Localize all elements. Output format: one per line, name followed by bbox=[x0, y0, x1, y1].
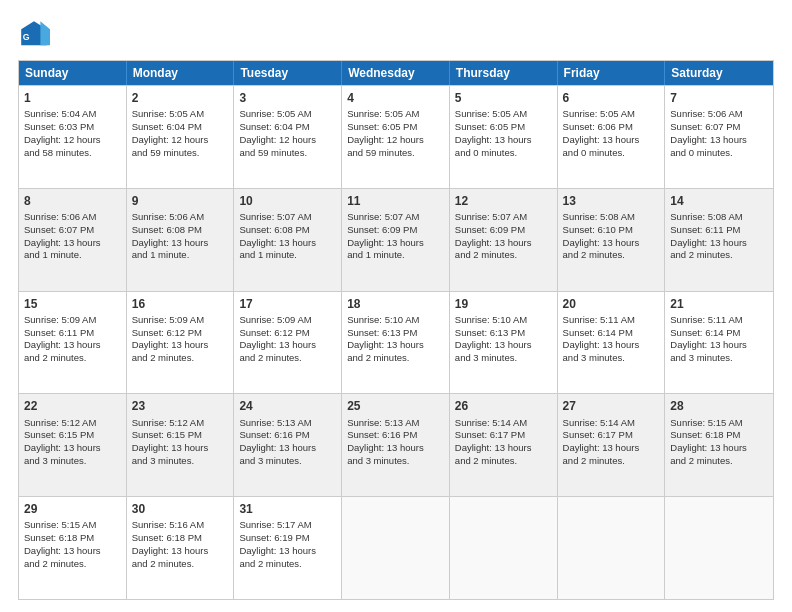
day-info-line: Daylight: 13 hours bbox=[563, 134, 640, 145]
logo-icon: G bbox=[18, 18, 50, 50]
cal-cell: 20Sunrise: 5:11 AMSunset: 6:14 PMDayligh… bbox=[558, 292, 666, 394]
cal-cell: 9Sunrise: 5:06 AMSunset: 6:08 PMDaylight… bbox=[127, 189, 235, 291]
day-info-line: and 1 minute. bbox=[24, 249, 82, 260]
day-info-line: Sunrise: 5:08 AM bbox=[563, 211, 635, 222]
day-info-line: Daylight: 13 hours bbox=[132, 442, 209, 453]
day-number: 24 bbox=[239, 398, 336, 414]
calendar-body: 1Sunrise: 5:04 AMSunset: 6:03 PMDaylight… bbox=[19, 85, 773, 599]
cal-week: 15Sunrise: 5:09 AMSunset: 6:11 PMDayligh… bbox=[19, 291, 773, 394]
cal-cell: 31Sunrise: 5:17 AMSunset: 6:19 PMDayligh… bbox=[234, 497, 342, 599]
day-number: 19 bbox=[455, 296, 552, 312]
day-info-line: and 1 minute. bbox=[239, 249, 297, 260]
day-info-line: Daylight: 12 hours bbox=[132, 134, 209, 145]
cal-cell: 25Sunrise: 5:13 AMSunset: 6:16 PMDayligh… bbox=[342, 394, 450, 496]
cal-header-day: Wednesday bbox=[342, 61, 450, 85]
day-info-line: Sunrise: 5:07 AM bbox=[239, 211, 311, 222]
day-info-line: Daylight: 13 hours bbox=[455, 339, 532, 350]
day-info-line: Sunset: 6:08 PM bbox=[239, 224, 309, 235]
cal-cell bbox=[450, 497, 558, 599]
cal-cell: 27Sunrise: 5:14 AMSunset: 6:17 PMDayligh… bbox=[558, 394, 666, 496]
day-info-line: Daylight: 13 hours bbox=[24, 545, 101, 556]
day-info-line: Sunrise: 5:08 AM bbox=[670, 211, 742, 222]
day-number: 28 bbox=[670, 398, 768, 414]
day-info-line: Daylight: 13 hours bbox=[455, 442, 532, 453]
day-info-line: Sunrise: 5:05 AM bbox=[239, 108, 311, 119]
day-number: 8 bbox=[24, 193, 121, 209]
cal-header-day: Tuesday bbox=[234, 61, 342, 85]
day-info-line: Sunset: 6:04 PM bbox=[239, 121, 309, 132]
day-info-line: Daylight: 13 hours bbox=[670, 339, 747, 350]
cal-cell: 5Sunrise: 5:05 AMSunset: 6:05 PMDaylight… bbox=[450, 86, 558, 188]
cal-cell: 13Sunrise: 5:08 AMSunset: 6:10 PMDayligh… bbox=[558, 189, 666, 291]
day-info-line: and 2 minutes. bbox=[132, 352, 194, 363]
day-number: 26 bbox=[455, 398, 552, 414]
cal-week: 22Sunrise: 5:12 AMSunset: 6:15 PMDayligh… bbox=[19, 393, 773, 496]
day-info-line: Sunset: 6:19 PM bbox=[239, 532, 309, 543]
day-info-line: Daylight: 13 hours bbox=[132, 237, 209, 248]
day-info-line: Sunset: 6:13 PM bbox=[455, 327, 525, 338]
day-info-line: and 0 minutes. bbox=[670, 147, 732, 158]
day-info-line: Sunset: 6:06 PM bbox=[563, 121, 633, 132]
day-info-line: Daylight: 13 hours bbox=[132, 545, 209, 556]
day-info-line: Sunset: 6:14 PM bbox=[670, 327, 740, 338]
cal-cell: 7Sunrise: 5:06 AMSunset: 6:07 PMDaylight… bbox=[665, 86, 773, 188]
day-info-line: Sunset: 6:18 PM bbox=[24, 532, 94, 543]
day-info-line: Daylight: 13 hours bbox=[347, 442, 424, 453]
day-info-line: Sunset: 6:17 PM bbox=[563, 429, 633, 440]
logo: G bbox=[18, 18, 54, 50]
day-info-line: Sunrise: 5:07 AM bbox=[347, 211, 419, 222]
day-info-line: and 59 minutes. bbox=[347, 147, 415, 158]
day-number: 9 bbox=[132, 193, 229, 209]
cal-cell: 3Sunrise: 5:05 AMSunset: 6:04 PMDaylight… bbox=[234, 86, 342, 188]
calendar: SundayMondayTuesdayWednesdayThursdayFrid… bbox=[18, 60, 774, 600]
day-info-line: Sunrise: 5:13 AM bbox=[239, 417, 311, 428]
day-info-line: Sunrise: 5:05 AM bbox=[563, 108, 635, 119]
day-info-line: Sunset: 6:18 PM bbox=[132, 532, 202, 543]
day-info-line: Sunset: 6:16 PM bbox=[347, 429, 417, 440]
day-info-line: and 2 minutes. bbox=[24, 558, 86, 569]
day-number: 12 bbox=[455, 193, 552, 209]
cal-header-day: Sunday bbox=[19, 61, 127, 85]
day-info-line: Sunset: 6:07 PM bbox=[670, 121, 740, 132]
day-info-line: Sunrise: 5:06 AM bbox=[132, 211, 204, 222]
day-number: 13 bbox=[563, 193, 660, 209]
day-number: 15 bbox=[24, 296, 121, 312]
day-info-line: Daylight: 13 hours bbox=[670, 134, 747, 145]
day-info-line: and 2 minutes. bbox=[132, 558, 194, 569]
day-info-line: Sunrise: 5:05 AM bbox=[132, 108, 204, 119]
day-info-line: Daylight: 13 hours bbox=[239, 442, 316, 453]
day-info-line: and 3 minutes. bbox=[455, 352, 517, 363]
day-number: 11 bbox=[347, 193, 444, 209]
cal-cell: 23Sunrise: 5:12 AMSunset: 6:15 PMDayligh… bbox=[127, 394, 235, 496]
day-info-line: Sunrise: 5:09 AM bbox=[239, 314, 311, 325]
day-info-line: Sunset: 6:09 PM bbox=[455, 224, 525, 235]
day-number: 27 bbox=[563, 398, 660, 414]
cal-header-day: Monday bbox=[127, 61, 235, 85]
cal-cell: 29Sunrise: 5:15 AMSunset: 6:18 PMDayligh… bbox=[19, 497, 127, 599]
svg-marker-1 bbox=[40, 21, 50, 45]
day-info-line: Daylight: 12 hours bbox=[24, 134, 101, 145]
day-info-line: Sunrise: 5:06 AM bbox=[670, 108, 742, 119]
day-info-line: Sunset: 6:03 PM bbox=[24, 121, 94, 132]
day-info-line: Sunrise: 5:09 AM bbox=[24, 314, 96, 325]
cal-header-day: Friday bbox=[558, 61, 666, 85]
day-info-line: Sunrise: 5:09 AM bbox=[132, 314, 204, 325]
cal-cell: 17Sunrise: 5:09 AMSunset: 6:12 PMDayligh… bbox=[234, 292, 342, 394]
day-info-line: and 3 minutes. bbox=[24, 455, 86, 466]
cal-header-day: Thursday bbox=[450, 61, 558, 85]
day-number: 23 bbox=[132, 398, 229, 414]
cal-cell: 14Sunrise: 5:08 AMSunset: 6:11 PMDayligh… bbox=[665, 189, 773, 291]
day-info-line: and 59 minutes. bbox=[132, 147, 200, 158]
day-info-line: Sunset: 6:08 PM bbox=[132, 224, 202, 235]
day-number: 30 bbox=[132, 501, 229, 517]
day-number: 6 bbox=[563, 90, 660, 106]
day-number: 2 bbox=[132, 90, 229, 106]
day-info-line: Sunset: 6:14 PM bbox=[563, 327, 633, 338]
day-info-line: Sunrise: 5:17 AM bbox=[239, 519, 311, 530]
day-info-line: Sunrise: 5:11 AM bbox=[670, 314, 742, 325]
day-info-line: Sunset: 6:12 PM bbox=[239, 327, 309, 338]
day-info-line: and 3 minutes. bbox=[670, 352, 732, 363]
header: G bbox=[18, 18, 774, 50]
cal-cell: 22Sunrise: 5:12 AMSunset: 6:15 PMDayligh… bbox=[19, 394, 127, 496]
day-number: 17 bbox=[239, 296, 336, 312]
